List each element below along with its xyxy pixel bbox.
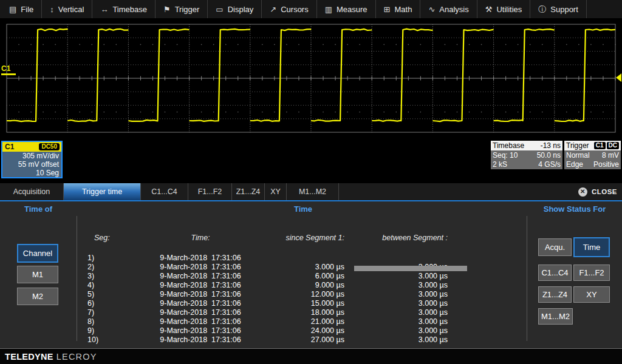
- tab-f1-f2[interactable]: F1...F2: [188, 183, 232, 200]
- menu-item-timebase[interactable]: ↔Timebase: [92, 0, 156, 18]
- trigger-level: 8 mV: [602, 151, 619, 160]
- c1-offset: 55 mV offset: [2, 160, 61, 169]
- menu-item-math[interactable]: ⊞Math: [376, 0, 421, 18]
- time-of-button-channel[interactable]: Channel: [17, 244, 58, 263]
- c1-descriptor-header: C1 DC50: [2, 142, 61, 152]
- trigger-descriptor[interactable]: Trigger C1 DC Normal 8 mV Edge Positive: [564, 141, 621, 169]
- footer: TELEDYNE LECROY: [0, 348, 622, 364]
- table-cell-between: 3.000 µs: [346, 299, 448, 308]
- measure-icon: ▥: [325, 5, 332, 13]
- menu-item-vertical[interactable]: ↕Vertical: [42, 0, 92, 18]
- menu-item-trigger[interactable]: ⚑Trigger: [156, 0, 208, 18]
- trigger-header: Trigger C1 DC: [564, 141, 621, 150]
- menu-item-label: Math: [394, 5, 412, 14]
- tab-c1-c4[interactable]: C1...C4: [141, 183, 188, 200]
- tab-m1-m2[interactable]: M1...M2: [287, 183, 339, 200]
- show-status-button-m1-m2[interactable]: M1...M2: [538, 308, 573, 325]
- c1-label: C1: [5, 143, 14, 151]
- timebase-per-div: 50.0 ns: [537, 151, 561, 160]
- cursors-icon: ↗: [270, 5, 276, 13]
- descriptor-strip: C1 DC50 305 mV/div 55 mV offset 10 Seg T…: [0, 138, 622, 183]
- channel-c1-descriptor[interactable]: C1 DC50 305 mV/div 55 mV offset 10 Seg: [1, 141, 63, 178]
- table-cell-since: 18.000 µs: [243, 308, 344, 317]
- menu-item-label: Display: [228, 5, 254, 14]
- table-cell-seg: 3): [87, 272, 98, 281]
- table-cell-between: 3.000 µs: [346, 308, 448, 317]
- close-button[interactable]: ✕ CLOSE: [578, 183, 617, 200]
- time-of-section-title: Time of: [0, 204, 77, 214]
- show-status-button-acqu[interactable]: Acqu.: [538, 238, 572, 256]
- menu-item-label: Trigger: [175, 5, 200, 14]
- menu-item-label: Timebase: [112, 5, 147, 14]
- c1-volts-per-div: 305 mV/div: [2, 152, 61, 160]
- table-cell-seg: 10): [87, 335, 98, 345]
- show-status-button-xy[interactable]: XY: [573, 286, 610, 303]
- trigger-coupling-badge: DC: [607, 142, 619, 149]
- highlight-bar: [354, 266, 467, 271]
- table-cell-since: 3.000 µs: [243, 263, 344, 272]
- table-cell-seg: 7): [87, 308, 98, 317]
- trigger-level-marker[interactable]: [616, 73, 621, 82]
- table-cell-between: 3.000 µs: [346, 290, 448, 299]
- menu-item-label: Analysis: [439, 5, 468, 14]
- timebase-delay: -13 ns: [541, 141, 561, 150]
- menu-item-label: Cursors: [281, 5, 309, 14]
- analysis-icon: ∿: [428, 5, 435, 13]
- menu-item-file[interactable]: ▤File: [1, 0, 42, 18]
- trigger-mode: Normal: [566, 151, 590, 160]
- table-cell-since: 24.000 µs: [243, 326, 344, 335]
- table-column-since: 3.000 µs6.000 µs9.000 µs12.000 µs15.000 …: [243, 254, 344, 345]
- show-status-button-z1-z4[interactable]: Z1...Z4: [538, 286, 572, 303]
- channel-indicator-label: C1: [1, 64, 10, 73]
- tab-acquisition[interactable]: Acquisition: [0, 183, 64, 200]
- table-cell-since: 27.000 µs: [243, 335, 344, 345]
- menu-item-measure[interactable]: ▥Measure: [317, 0, 376, 18]
- scope-grid: [0, 18, 622, 138]
- tab-trigger-time[interactable]: Trigger time: [64, 183, 141, 200]
- display-icon: ▭: [216, 5, 223, 13]
- support-icon: ⓘ: [538, 5, 546, 13]
- menu-item-analysis[interactable]: ∿Analysis: [420, 0, 477, 18]
- file-icon: ▤: [9, 5, 16, 13]
- table-cell-seg: 4): [87, 281, 98, 290]
- menu-item-label: Vertical: [58, 5, 84, 14]
- trigger-source-badge: C1: [594, 142, 606, 149]
- table-cell-between: [346, 254, 448, 263]
- timebase-descriptor[interactable]: Timebase -13 ns Seq: 10 50.0 ns 2 kS 4 G…: [491, 141, 562, 169]
- divider-right: [527, 216, 527, 341]
- channel-offset-indicator[interactable]: [1, 73, 16, 75]
- table-header-seg: Seg:: [94, 234, 110, 242]
- timebase-samples: 2 kS: [493, 160, 507, 169]
- menu-item-support[interactable]: ⓘSupport: [530, 0, 587, 18]
- table-header-between: between Segment :: [346, 234, 448, 242]
- table-column-seg: 1)2)3)4)5)6)7)8)9)10): [87, 254, 98, 345]
- time-of-button-m1[interactable]: M1: [17, 266, 58, 283]
- show-status-button-c1-c4[interactable]: C1...C4: [538, 265, 572, 281]
- show-status-button-f1-f2[interactable]: F1...F2: [573, 265, 610, 281]
- timebase-title: Timebase: [493, 141, 524, 150]
- menu-item-label: Support: [550, 5, 578, 14]
- timebase-row-2: 2 kS 4 GS/s: [491, 160, 562, 169]
- time-of-button-m2[interactable]: M2: [17, 288, 58, 305]
- table-header-since: since Segment 1:: [243, 234, 344, 242]
- divider-left: [77, 216, 77, 341]
- menu-item-cursors[interactable]: ↗Cursors: [262, 0, 316, 18]
- trigger-icon: ⚑: [163, 5, 171, 13]
- menu-item-display[interactable]: ▭Display: [208, 0, 262, 18]
- table-cell-since: 15.000 µs: [243, 299, 344, 308]
- menu-item-utilities[interactable]: ⚒Utilities: [477, 0, 531, 18]
- table-cell-seg: 8): [87, 317, 98, 326]
- table-cell-since: 6.000 µs: [243, 272, 344, 281]
- close-label: CLOSE: [592, 188, 617, 195]
- show-status-button-time[interactable]: Time: [573, 237, 610, 257]
- timebase-row-1: Seq: 10 50.0 ns: [491, 150, 562, 160]
- c1-segments: 10 Seg: [2, 169, 61, 177]
- tab-xy[interactable]: XY: [265, 183, 287, 200]
- vertical-icon: ↕: [50, 5, 54, 13]
- trigger-title: Trigger: [566, 141, 589, 150]
- table-cell-between: 3.000 µs: [346, 272, 448, 281]
- trigger-row-1: Normal 8 mV: [564, 150, 621, 160]
- tab-z1-z4[interactable]: Z1...Z4: [232, 183, 265, 200]
- table-cell-since: 9.000 µs: [243, 281, 344, 290]
- trigger-type: Edge: [566, 160, 583, 169]
